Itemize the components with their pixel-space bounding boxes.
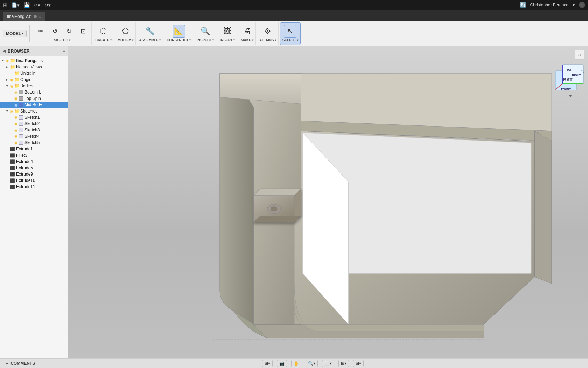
- tab-close-button[interactable]: ×: [39, 15, 41, 19]
- make-main-button[interactable]: 🖨: [241, 25, 253, 38]
- modify-main-button[interactable]: ⬠: [119, 25, 132, 38]
- tree-item-extrude10[interactable]: ⬛ Extrude10: [0, 177, 68, 184]
- tree-item-sketch1[interactable]: ◉ Sketch1: [0, 114, 68, 121]
- browser-options-icon[interactable]: ≡: [63, 49, 65, 54]
- select-main-button[interactable]: ↖: [284, 25, 296, 38]
- tree-item-root[interactable]: ◉ 📁 finalPong... ✎: [0, 57, 68, 64]
- sketch3-eye-icon[interactable]: ◉: [14, 128, 18, 132]
- origin-expand-arrow[interactable]: [6, 78, 9, 81]
- home-button[interactable]: ⌂: [575, 50, 584, 60]
- tree-item-extrude1[interactable]: ⬛ Extrude1: [0, 146, 68, 152]
- viewport[interactable]: ⌂ FRONT RIGHT TOP ↖ BAT ▼: [68, 46, 588, 358]
- display-settings-button[interactable]: ⊞▾: [262, 360, 273, 367]
- tree-item-extrude5[interactable]: ⬛ Extrude5: [0, 165, 68, 171]
- bodies-expand-arrow[interactable]: [6, 84, 9, 88]
- topspin-eye-icon[interactable]: ◉: [14, 96, 18, 101]
- tree-item-sketch5[interactable]: ◉ Sketch5: [0, 139, 68, 146]
- tree-item-sketch4[interactable]: ◉ Sketch4: [0, 133, 68, 139]
- sketch4-eye-icon[interactable]: ◉: [14, 134, 18, 139]
- svg-text:BAT: BAT: [563, 77, 573, 82]
- help-button[interactable]: ?: [579, 2, 585, 8]
- midbody-eye-icon[interactable]: ◉: [14, 103, 18, 107]
- view-cube[interactable]: FRONT RIGHT TOP ↖ BAT: [554, 62, 585, 97]
- pan-button[interactable]: ✋: [291, 360, 301, 367]
- insert-main-button[interactable]: 🖼: [221, 25, 234, 38]
- tree-item-fillet3[interactable]: ⬛ Fillet3: [0, 152, 68, 158]
- assemble-label[interactable]: ASSEMBLE ▾: [139, 38, 161, 42]
- root-eye-icon[interactable]: ◉: [6, 59, 9, 63]
- create-main-button[interactable]: ⬡: [97, 25, 110, 38]
- root-edit-icon[interactable]: ✎: [40, 59, 43, 63]
- tree-item-origin[interactable]: ◉ 📁 Origin: [0, 76, 68, 83]
- file-tab[interactable]: finalPong v0* ×: [3, 12, 45, 21]
- sketch2-eye-icon[interactable]: ◉: [14, 122, 18, 126]
- inspect-label[interactable]: INSPECT ▾: [197, 38, 214, 42]
- make-label[interactable]: MAKE ▾: [241, 38, 253, 42]
- sketch5-eye-icon[interactable]: ◉: [14, 141, 18, 145]
- create-dropdown-arrow: ▾: [110, 39, 112, 42]
- sketch-label[interactable]: SKETCH ▾: [54, 38, 70, 42]
- model-mode-button[interactable]: MODEL ▾: [3, 30, 27, 37]
- browser-expand-icon[interactable]: +: [59, 49, 61, 54]
- sidebar: ◀ BROWSER + ≡ ◉ 📁 finalPong... ✎ 📁 Named…: [0, 46, 68, 358]
- tree-item-bottom[interactable]: ◉ Bottom L...: [0, 89, 68, 95]
- undo-button[interactable]: ↺▾: [34, 2, 40, 8]
- tree-item-sketches[interactable]: ◉ 📁 Sketches: [0, 108, 68, 114]
- comments-button[interactable]: + COMMENTS: [3, 360, 38, 367]
- modify-label[interactable]: MODIFY ▾: [118, 38, 133, 42]
- tree-item-sketch3[interactable]: ◉ Sketch3: [0, 127, 68, 133]
- extrude1-icon: ⬛: [10, 147, 15, 151]
- named-views-expand-arrow[interactable]: [6, 65, 9, 69]
- bottom-eye-icon[interactable]: ◉: [14, 90, 18, 95]
- addins-main-button[interactable]: ⚙: [261, 25, 274, 38]
- capture-image-button[interactable]: 📷: [277, 360, 287, 367]
- addins-dropdown-arrow: ▾: [275, 39, 276, 42]
- sketch-tool-button[interactable]: ✏: [35, 25, 47, 38]
- insert-toolbar-group: 🖼 INSERT ▾: [218, 22, 237, 45]
- view-cube-down-arrow[interactable]: ▼: [568, 94, 573, 98]
- origin-folder-icon: 📁: [14, 77, 20, 82]
- user-dropdown-arrow[interactable]: ▾: [573, 2, 575, 7]
- bodies-eye-icon[interactable]: ◉: [10, 84, 14, 88]
- tree-item-named-views[interactable]: 📁 Named Views: [0, 64, 68, 70]
- sketches-expand-arrow[interactable]: [6, 109, 9, 113]
- redo-button[interactable]: ↻▾: [44, 2, 51, 8]
- root-expand-arrow[interactable]: [1, 59, 5, 62]
- redo-sketch-button[interactable]: ↻: [63, 25, 75, 38]
- app-grid-icon[interactable]: ⊞: [3, 2, 7, 8]
- viewport-layout-button[interactable]: ⊟▾: [353, 360, 364, 367]
- tree-item-extrude4[interactable]: ⬛ Extrude4: [0, 158, 68, 165]
- file-menu-icon[interactable]: 📄▾: [12, 2, 20, 8]
- comments-label: COMMENTS: [10, 361, 35, 366]
- browser-back-arrow[interactable]: ◀: [3, 49, 6, 53]
- assemble-main-button[interactable]: 🔧: [144, 25, 156, 38]
- sketch-extra-button[interactable]: ⊡: [77, 25, 89, 38]
- tree-item-midbody[interactable]: ◉ Mid Body: [0, 102, 68, 108]
- model-mode-label: MODEL: [6, 31, 21, 36]
- tree-item-sketch2[interactable]: ◉ Sketch2: [0, 121, 68, 127]
- undo-sketch-button[interactable]: ↺: [49, 25, 61, 38]
- construct-label[interactable]: CONSTRUCT ▾: [167, 38, 191, 42]
- sketch1-eye-icon[interactable]: ◉: [14, 115, 18, 120]
- create-label[interactable]: CREATE ▾: [95, 38, 111, 42]
- user-name[interactable]: Christopher Ference: [530, 2, 568, 7]
- tree-item-extrude9[interactable]: ⬛ Extrude9: [0, 171, 68, 177]
- save-button[interactable]: 💾: [24, 2, 30, 8]
- origin-eye-icon[interactable]: ◉: [10, 77, 14, 82]
- fillet3-label: Fillet3: [16, 153, 27, 158]
- addins-label[interactable]: ADD-INS ▾: [259, 38, 276, 42]
- select-label[interactable]: SELECT ▾: [282, 38, 298, 42]
- sketches-eye-icon[interactable]: ◉: [10, 109, 14, 114]
- construct-main-button[interactable]: 📐: [173, 25, 185, 38]
- tree-item-bodies[interactable]: ◉ 📁 Bodies: [0, 83, 68, 89]
- sketch1-icon: [19, 115, 23, 120]
- inspect-main-button[interactable]: 🔍: [199, 25, 212, 38]
- grid-button[interactable]: ⊞▾: [338, 360, 349, 367]
- tree-item-topspin[interactable]: ◉ Top Spin: [0, 95, 68, 102]
- tree-item-extrude11[interactable]: ⬛ Extrude11: [0, 184, 68, 190]
- view-cube-svg[interactable]: FRONT RIGHT TOP ↖ BAT: [554, 62, 585, 94]
- zoom-button[interactable]: 🔍▾: [306, 360, 318, 367]
- view-style-button[interactable]: ⬜▾: [322, 360, 334, 367]
- units-folder-icon: 📁: [14, 71, 20, 76]
- insert-label[interactable]: INSERT ▾: [220, 38, 235, 42]
